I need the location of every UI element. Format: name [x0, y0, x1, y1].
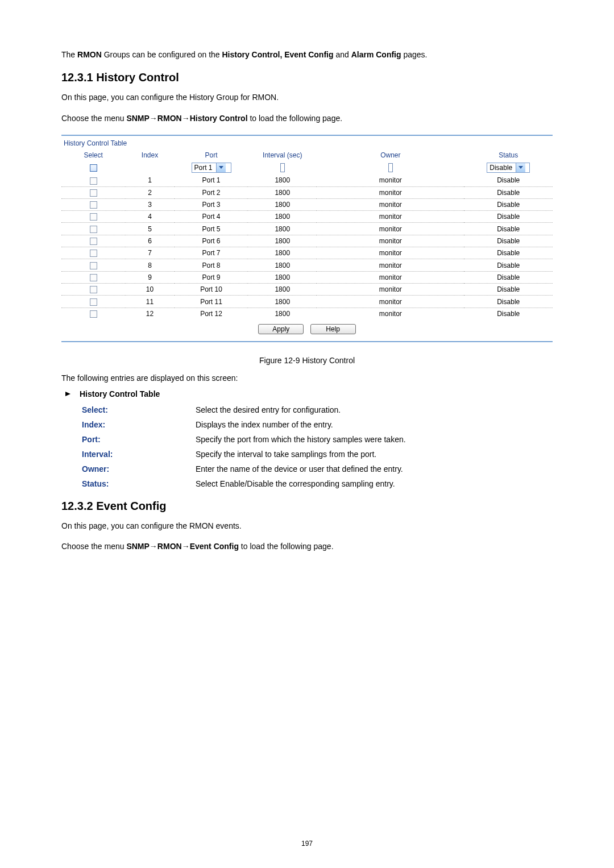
text: pages.	[401, 50, 428, 59]
col-header-interval: Interval (sec)	[248, 149, 317, 161]
cell-port: Port 4	[175, 211, 248, 223]
event-description: On this page, you can configure the RMON…	[61, 520, 553, 532]
definition-term: Port:	[82, 435, 196, 444]
cell-interval: 1800	[248, 186, 317, 198]
cell-index: 6	[125, 235, 174, 247]
definition-desc: Specify the port from which the history …	[196, 435, 553, 444]
cell-index: 10	[125, 284, 174, 296]
definition-row: Select:Select the desired entry for conf…	[82, 405, 553, 414]
col-header-port: Port	[175, 149, 248, 161]
cell-port: Port 1	[175, 175, 248, 186]
row-checkbox[interactable]	[90, 213, 97, 221]
cell-index: 3	[125, 198, 174, 210]
cell-port: Port 9	[175, 271, 248, 283]
table-row: 8Port 81800monitorDisable	[61, 259, 553, 271]
definition-row: Status:Select Enable/Disable the corresp…	[82, 479, 553, 488]
text-bold: SNMP→RMON→Event Config	[126, 542, 239, 551]
history-nav-path: Choose the menu SNMP→RMON→History Contro…	[61, 112, 553, 124]
definition-term: Interval:	[82, 450, 196, 459]
table-row: 10Port 101800monitorDisable	[61, 284, 553, 296]
status-filter-dropdown[interactable]: Disable	[487, 163, 530, 173]
figure-caption: Figure 12-9 History Control	[61, 356, 553, 365]
cell-owner: monitor	[317, 308, 464, 319]
cell-interval: 1800	[248, 296, 317, 308]
page-number: 197	[0, 840, 614, 848]
event-nav-path: Choose the menu SNMP→RMON→Event Config t…	[61, 540, 553, 553]
text-bold: SNMP→RMON→History Control	[126, 114, 247, 123]
col-header-status: Status	[464, 149, 553, 161]
row-checkbox[interactable]	[90, 310, 97, 318]
owner-filter-input[interactable]	[388, 163, 393, 172]
cell-status: Disable	[464, 271, 553, 283]
col-header-select: Select	[61, 149, 125, 161]
cell-status: Disable	[464, 284, 553, 296]
port-filter-dropdown[interactable]: Port 1	[192, 163, 231, 173]
cell-interval: 1800	[248, 223, 317, 235]
cell-interval: 1800	[248, 259, 317, 271]
cell-interval: 1800	[248, 235, 317, 247]
cell-index: 5	[125, 223, 174, 235]
cell-interval: 1800	[248, 271, 317, 283]
cell-owner: monitor	[317, 235, 464, 247]
row-checkbox[interactable]	[90, 189, 97, 197]
cell-port: Port 12	[175, 308, 248, 319]
cell-interval: 1800	[248, 247, 317, 259]
cell-index: 9	[125, 271, 174, 283]
definition-row: Port:Specify the port from which the his…	[82, 435, 553, 444]
cell-status: Disable	[464, 223, 553, 235]
cell-index: 12	[125, 308, 174, 319]
select-all-checkbox[interactable]	[90, 164, 97, 172]
definition-row: Index:Displays the index number of the e…	[82, 420, 553, 429]
row-checkbox[interactable]	[90, 201, 97, 209]
row-checkbox[interactable]	[90, 274, 97, 281]
definition-desc: Select the desired entry for configurati…	[196, 405, 553, 414]
definition-term: Status:	[82, 479, 196, 488]
dropdown-value: Disable	[489, 164, 516, 172]
row-checkbox[interactable]	[90, 226, 97, 233]
table-row: 7Port 71800monitorDisable	[61, 247, 553, 259]
row-checkbox[interactable]	[90, 286, 97, 293]
help-button[interactable]: Help	[310, 324, 356, 334]
row-checkbox[interactable]	[90, 262, 97, 269]
table-row: 12Port 121800monitorDisable	[61, 308, 553, 319]
cell-status: Disable	[464, 247, 553, 259]
definition-term: Index:	[82, 420, 196, 429]
text: to load the following page.	[239, 542, 334, 551]
cell-status: Disable	[464, 211, 553, 223]
cell-index: 11	[125, 296, 174, 308]
cell-port: Port 7	[175, 247, 248, 259]
table-row: 4Port 41800monitorDisable	[61, 211, 553, 223]
history-description: On this page, you can configure the Hist…	[61, 91, 553, 103]
cell-status: Disable	[464, 296, 553, 308]
cell-port: Port 10	[175, 284, 248, 296]
section-heading-history: 12.3.1 History Control	[61, 71, 553, 84]
cell-owner: monitor	[317, 198, 464, 210]
cell-interval: 1800	[248, 284, 317, 296]
row-checkbox[interactable]	[90, 238, 97, 245]
chevron-down-icon	[516, 163, 525, 172]
table-row: 5Port 51800monitorDisable	[61, 223, 553, 235]
table-row: 2Port 21800monitorDisable	[61, 186, 553, 198]
text: and	[334, 50, 351, 59]
chevron-down-icon	[216, 163, 226, 172]
panel-title: History Control Table	[61, 138, 553, 149]
apply-button[interactable]: Apply	[258, 324, 304, 334]
row-checkbox[interactable]	[90, 250, 97, 257]
text-bold: Alarm Config	[351, 50, 401, 59]
row-checkbox[interactable]	[90, 298, 97, 306]
cell-status: Disable	[464, 259, 553, 271]
table-row: 9Port 91800monitorDisable	[61, 271, 553, 283]
table-row: 6Port 61800monitorDisable	[61, 235, 553, 247]
cell-status: Disable	[464, 198, 553, 210]
col-header-index: Index	[125, 149, 174, 161]
bullet-item: History Control Table	[65, 389, 553, 400]
cell-port: Port 2	[175, 186, 248, 198]
definition-desc: Displays the index number of the entry.	[196, 420, 553, 429]
cell-owner: monitor	[317, 211, 464, 223]
bullet-icon	[65, 389, 80, 400]
cell-status: Disable	[464, 308, 553, 319]
cell-index: 2	[125, 186, 174, 198]
row-checkbox[interactable]	[90, 177, 97, 185]
interval-filter-input[interactable]	[280, 163, 285, 172]
cell-index: 4	[125, 211, 174, 223]
